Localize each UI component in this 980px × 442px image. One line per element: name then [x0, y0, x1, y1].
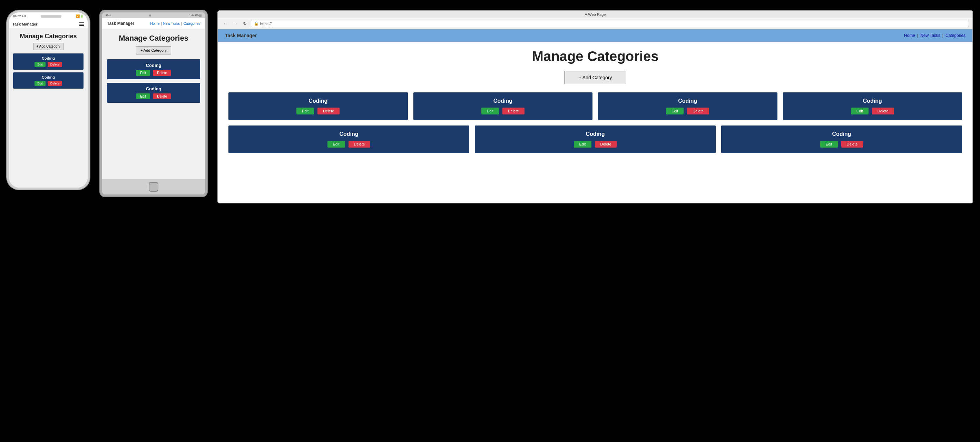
phone-edit-button-1[interactable]: Edit — [35, 62, 46, 67]
browser-lock-icon: 🔒 — [254, 21, 259, 26]
browser-category-name-5: Coding — [235, 131, 462, 137]
tablet-category-name-1: Coding — [112, 63, 195, 68]
browser-delete-button-7[interactable]: Delete — [841, 141, 863, 147]
hamburger-icon[interactable] — [80, 22, 84, 26]
browser-card-btns-3: Edit Delete — [605, 108, 770, 114]
browser-add-category-button[interactable]: + Add Category — [564, 71, 626, 84]
browser-card-btns-7: Edit Delete — [728, 141, 955, 147]
tablet-time: 1:44 PM — [189, 14, 199, 17]
browser-cards-row1: Coding Edit Delete Coding Edit Delete Co… — [228, 92, 962, 120]
tablet-site-title: Task Manager — [107, 21, 134, 26]
tablet-nav-links: Home | New Tasks | Categories — [150, 22, 200, 25]
phone-category-name-1: Coding — [17, 56, 80, 60]
phone-status-bar: 09:52 AM 📶🔋 — [9, 13, 88, 20]
browser-edit-button-3[interactable]: Edit — [666, 108, 684, 114]
tablet-page-title: Manage Categories — [107, 34, 200, 43]
browser-delete-button-2[interactable]: Delete — [503, 108, 525, 114]
tablet-delete-button-1[interactable]: Delete — [153, 70, 171, 76]
browser-site-title: Task Manager — [225, 33, 257, 38]
tablet-frame: iPad 1:44 PM ||| Task Manager Home | New… — [100, 10, 207, 196]
browser-frame: A Web Page ← → ↻ 🔒 https:// Task Manager… — [217, 10, 973, 203]
browser-nav-categories[interactable]: Categories — [945, 33, 966, 38]
tablet-edit-button-2[interactable]: Edit — [136, 93, 150, 99]
phone-content-area: Manage Categories + Add Category Coding … — [9, 29, 88, 188]
browser-card-btns-6: Edit Delete — [482, 141, 709, 147]
browser-card-btns-2: Edit Delete — [420, 108, 586, 114]
browser-category-name-6: Coding — [482, 131, 709, 137]
tablet-status-bar: iPad 1:44 PM ||| — [102, 13, 205, 18]
browser-back-button[interactable]: ← — [221, 21, 229, 27]
tablet-navbar: Task Manager Home | New Tasks | Categori… — [102, 18, 205, 29]
tablet-content-area: Manage Categories + Add Category Coding … — [102, 29, 205, 179]
browser-title-bar: A Web Page — [218, 11, 972, 18]
browser-card-btns-5: Edit Delete — [235, 141, 462, 147]
browser-category-card-1: Coding Edit Delete — [228, 92, 408, 120]
phone-delete-button-2[interactable]: Delete — [48, 81, 62, 86]
tablet-edit-button-1[interactable]: Edit — [136, 70, 150, 76]
browser-delete-button-6[interactable]: Delete — [595, 141, 617, 147]
tablet-delete-button-2[interactable]: Delete — [153, 93, 171, 99]
tablet-category-card-2: Coding Edit Delete — [107, 83, 200, 103]
browser-card-btns-4: Edit Delete — [790, 108, 956, 114]
browser-delete-button-3[interactable]: Delete — [687, 108, 709, 114]
browser-category-name-2: Coding — [420, 98, 586, 104]
browser-edit-button-5[interactable]: Edit — [328, 141, 345, 147]
browser-window-title: A Web Page — [585, 13, 606, 17]
browser-delete-button-4[interactable]: Delete — [872, 108, 894, 114]
browser-delete-button-5[interactable]: Delete — [348, 141, 371, 147]
browser-category-card-3: Coding Edit Delete — [598, 92, 778, 120]
browser-category-card-2: Coding Edit Delete — [414, 92, 593, 120]
browser-category-name-4: Coding — [790, 98, 956, 104]
phone-category-card-2: Coding Edit Delete — [13, 73, 84, 89]
browser-nav-home[interactable]: Home — [904, 33, 915, 38]
tablet-bottom-bar — [102, 179, 205, 195]
browser-category-card-6: Coding Edit Delete — [475, 125, 716, 153]
browser-category-name-3: Coding — [605, 98, 770, 104]
browser-url: https:// — [260, 22, 272, 26]
phone-site-title: Task Manager — [13, 22, 38, 26]
phone-status-icons: 📶🔋 — [76, 14, 84, 18]
browser-edit-button-7[interactable]: Edit — [820, 141, 838, 147]
tablet-nav-home[interactable]: Home — [150, 22, 160, 25]
browser-cards-row2: Coding Edit Delete Coding Edit Delete Co… — [228, 125, 962, 153]
browser-page-title: Manage Categories — [228, 49, 962, 64]
browser-forward-button[interactable]: → — [232, 21, 239, 27]
browser-category-card-4: Coding Edit Delete — [783, 92, 963, 120]
tablet-category-card-1: Coding Edit Delete — [107, 59, 200, 79]
browser-category-card-7: Coding Edit Delete — [721, 125, 962, 153]
phone-navbar: Task Manager — [9, 20, 88, 29]
browser-edit-button-6[interactable]: Edit — [574, 141, 592, 147]
phone-add-category-button[interactable]: + Add Category — [33, 43, 63, 50]
tablet-home-button[interactable] — [149, 182, 158, 192]
phone-category-card-1: Coding Edit Delete — [13, 54, 84, 70]
tablet-add-category-button[interactable]: + Add Category — [136, 46, 171, 54]
browser-category-card-5: Coding Edit Delete — [228, 125, 469, 153]
phone-page-title: Manage Categories — [13, 33, 84, 40]
tablet-screen: Task Manager Home | New Tasks | Categori… — [102, 18, 205, 179]
phone-time: 09:52 AM — [13, 14, 26, 18]
browser-category-name-7: Coding — [728, 131, 955, 137]
phone-notch — [41, 15, 61, 17]
browser-address-bar[interactable]: 🔒 https:// — [251, 20, 969, 27]
browser-edit-button-2[interactable]: Edit — [481, 108, 499, 114]
tablet-camera — [149, 14, 151, 17]
tablet-battery: ||| — [199, 14, 202, 17]
browser-navbar: Task Manager Home | New Tasks | Categori… — [218, 29, 972, 42]
phone-category-name-2: Coding — [17, 75, 80, 79]
browser-nav-new-tasks[interactable]: New Tasks — [920, 33, 940, 38]
browser-delete-button-1[interactable]: Delete — [317, 108, 340, 114]
browser-reload-button[interactable]: ↻ — [242, 21, 248, 27]
phone-delete-button-1[interactable]: Delete — [48, 62, 62, 67]
phone-edit-button-2[interactable]: Edit — [35, 81, 46, 86]
tablet-nav-new-tasks[interactable]: New Tasks — [163, 22, 180, 25]
browser-edit-button-4[interactable]: Edit — [851, 108, 869, 114]
tablet-nav-categories[interactable]: Categories — [184, 22, 200, 25]
tablet-category-name-2: Coding — [112, 86, 195, 91]
browser-edit-button-1[interactable]: Edit — [296, 108, 314, 114]
tablet-brand: iPad — [106, 14, 111, 17]
browser-category-name-1: Coding — [235, 98, 401, 104]
tablet-card-btns-2: Edit Delete — [112, 93, 195, 99]
browser-content-area: Manage Categories + Add Category Coding … — [218, 42, 972, 203]
mobile-phone-frame: 09:52 AM 📶🔋 Task Manager Manage Categori… — [7, 10, 90, 190]
phone-card-btns-1: Edit Delete — [17, 62, 80, 67]
